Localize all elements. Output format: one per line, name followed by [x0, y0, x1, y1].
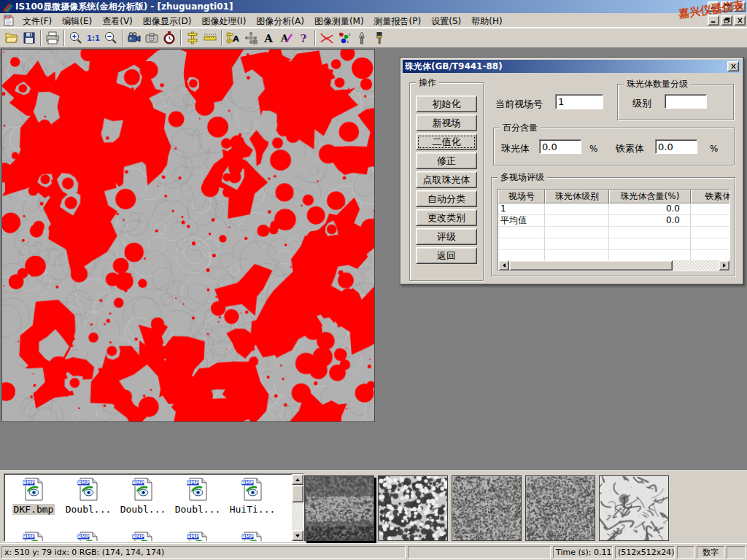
- file-item[interactable]: BMP: [171, 531, 225, 542]
- current-view-label: 当前视场号: [495, 98, 543, 111]
- close-button[interactable]: [734, 1, 746, 12]
- file-item[interactable]: BMP: [116, 531, 170, 542]
- child-restore-button[interactable]: [721, 15, 732, 26]
- probe-icon[interactable]: [353, 29, 371, 47]
- table-cell: [545, 203, 609, 215]
- minimize-button[interactable]: [708, 1, 719, 12]
- capture-icon[interactable]: [143, 29, 160, 47]
- help-icon[interactable]: ?: [295, 29, 312, 47]
- bmp-file-icon: BMP: [76, 531, 101, 542]
- table-hscrollbar[interactable]: [498, 260, 729, 271]
- svg-text:A: A: [263, 32, 273, 45]
- scroll-right-icon[interactable]: [719, 260, 729, 271]
- table-row[interactable]: [498, 238, 729, 250]
- save-icon[interactable]: [20, 29, 38, 47]
- menu-item-8[interactable]: 测量报告(P): [369, 15, 427, 28]
- micrograph-thumb-4[interactable]: [525, 475, 595, 541]
- measure-font-icon[interactable]: A: [225, 29, 242, 47]
- brush-icon[interactable]: [371, 29, 388, 47]
- op-button-1[interactable]: 初始化: [416, 96, 477, 112]
- table-row[interactable]: [498, 227, 729, 238]
- file-browser: BMPDKF.bmpBMPDoubl...BMPDoubl...BMPDoubl…: [4, 473, 304, 542]
- op-button-6[interactable]: 自动分类: [416, 190, 477, 207]
- move-icon[interactable]: [242, 29, 260, 47]
- app-logo-icon: [2, 1, 13, 12]
- classify-icon[interactable]: 123: [336, 29, 353, 47]
- menu-item-1[interactable]: 文件(F): [18, 15, 57, 28]
- menu-item-3[interactable]: 查看(V): [97, 15, 138, 28]
- file-item[interactable]: BMP: [61, 531, 115, 542]
- op-button-2[interactable]: 新视场: [416, 114, 477, 131]
- title-bar: IS100显微摄像系统(金相分析版) - [zhuguangti01]: [0, 0, 747, 13]
- print-icon[interactable]: [44, 29, 61, 47]
- percent-group-label: 百分含量: [500, 122, 541, 133]
- svg-text:BMP: BMP: [187, 480, 198, 486]
- table-cell: [691, 215, 730, 227]
- scroll-down-icon[interactable]: [292, 530, 303, 541]
- menu-item-5[interactable]: 图像处理(I): [196, 15, 251, 28]
- zoom-out-icon[interactable]: [102, 29, 120, 47]
- caliper-icon[interactable]: [184, 29, 201, 47]
- vscroll-thumb[interactable]: [292, 485, 303, 502]
- op-button-3[interactable]: 二值化: [416, 133, 477, 150]
- curve-icon[interactable]: [318, 29, 336, 47]
- scroll-left-icon[interactable]: [498, 260, 509, 271]
- micrograph-thumb-3[interactable]: [452, 475, 522, 541]
- ruler-icon[interactable]: [201, 29, 219, 47]
- open-icon[interactable]: [3, 29, 20, 47]
- child-close-button[interactable]: [734, 15, 746, 26]
- op-button-8[interactable]: 评级: [416, 228, 477, 245]
- menu-item-2[interactable]: 编辑(E): [57, 15, 97, 28]
- file-item[interactable]: BMP: [7, 531, 61, 542]
- child-minimize-button[interactable]: [708, 15, 719, 26]
- actual-size-icon[interactable]: 1:1: [85, 29, 102, 47]
- menu-item-7[interactable]: 图像测量(M): [309, 15, 369, 28]
- op-button-7[interactable]: 更改类别: [416, 209, 477, 226]
- annotate-icon[interactable]: A: [277, 29, 295, 47]
- current-view-input[interactable]: [555, 94, 603, 109]
- timer-icon[interactable]: [160, 29, 178, 47]
- table-row[interactable]: 平均值0.0: [498, 215, 729, 227]
- ferrite-input[interactable]: [655, 139, 697, 154]
- table-header-1: 视场号: [498, 190, 545, 203]
- micrograph-thumb-1[interactable]: [304, 475, 374, 541]
- table-cell: [609, 238, 691, 250]
- scroll-up-icon[interactable]: [292, 474, 303, 485]
- op-button-5[interactable]: 点取珠光体: [416, 171, 477, 188]
- file-item[interactable]: BMPDKF.bmp: [7, 477, 61, 516]
- hscroll-thumb[interactable]: [509, 260, 673, 271]
- toolbar: 1:1AAA?123: [0, 28, 747, 48]
- dialog-title-bar[interactable]: 珠光体(GB/T9441-88): [403, 60, 741, 73]
- zoom-in-icon[interactable]: [67, 29, 85, 47]
- grade-group-label: 珠光体数量分级: [624, 79, 691, 89]
- file-item[interactable]: BMPDoubl...: [116, 477, 170, 516]
- bmp-file-icon: BMP: [131, 477, 155, 502]
- micrograph-thumb-5[interactable]: [599, 475, 669, 541]
- menu-item-4[interactable]: 图像显示(D): [138, 15, 197, 28]
- maximize-button[interactable]: [721, 1, 732, 12]
- file-vscrollbar[interactable]: [292, 474, 303, 541]
- video-camera-icon[interactable]: [125, 29, 143, 47]
- file-item[interactable]: BMPDoubl...: [171, 477, 225, 516]
- toolbar-separator: [122, 30, 123, 46]
- op-button-4[interactable]: 修正: [416, 152, 477, 169]
- table-row[interactable]: 10.0: [498, 203, 729, 215]
- file-item[interactable]: BMPDoubl...: [61, 477, 115, 516]
- file-item[interactable]: BMPHuiTi...: [225, 477, 279, 516]
- pearlite-input[interactable]: [539, 139, 581, 154]
- menu-item-9[interactable]: 设置(S): [426, 15, 466, 28]
- menu-item-6[interactable]: 图像分析(A): [251, 15, 309, 28]
- op-button-9[interactable]: 返回: [416, 247, 477, 264]
- menu-items: 文件(F)编辑(E)查看(V)图像显示(D)图像处理(I)图像分析(A)图像测量…: [18, 13, 508, 28]
- grade-input[interactable]: [665, 94, 707, 109]
- menu-item-10[interactable]: 帮助(H): [466, 15, 507, 28]
- text-icon[interactable]: A: [260, 29, 277, 47]
- micrograph-thumb-2[interactable]: [378, 475, 448, 541]
- file-item[interactable]: BMP: [225, 531, 279, 542]
- svg-text:3: 3: [347, 39, 349, 43]
- table-cell: [545, 215, 609, 227]
- operations-group: 操作 初始化新视场二值化修正点取珠光体自动分类更改类别评级返回: [409, 82, 484, 281]
- metallograph-image[interactable]: [1, 49, 375, 422]
- dialog-close-icon[interactable]: [727, 61, 739, 71]
- svg-text:1: 1: [339, 32, 341, 36]
